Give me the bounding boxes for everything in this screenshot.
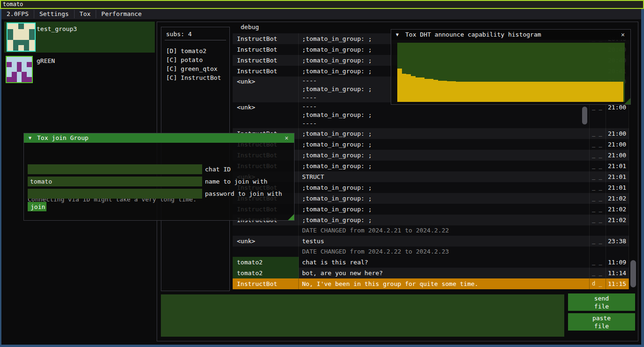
avatar-pixel [8,23,13,29]
group-avatar [6,56,33,83]
join-password-label: password to join with [205,189,282,199]
avatar-pixel [22,72,27,77]
avatar-pixel [22,62,27,67]
timestamp: 21:02 [606,204,629,215]
sender-name: InstructBot [233,44,299,55]
close-icon[interactable]: ✕ [283,133,290,143]
histogram-bar [492,82,497,102]
paste-file-button[interactable]: paste file [568,313,635,331]
chat-id-input[interactable] [28,164,202,174]
messages-scrollbar-thumb[interactable] [582,107,587,124]
menu-item-settings[interactable]: Settings [34,9,74,19]
histogram-bar [452,81,456,102]
histogram-bar [542,82,547,102]
avatar-pixel [7,62,12,67]
dht-histogram-window: ▼ Tox DHT announce capability histogram … [391,29,631,105]
menu-item-tox[interactable]: Tox [75,9,96,19]
delivery-status: _ _ [590,182,606,193]
sidebar-item-green[interactable]: gREEN [4,54,155,82]
histogram-bar [551,82,556,102]
delivery-status: _ _ [590,236,606,247]
send-file-button[interactable]: send file [568,293,635,311]
delivery-status: _ _ [590,161,606,171]
avatar-pixel [18,23,24,29]
timestamp: 21:00 [606,128,629,139]
histogram-bar [605,82,610,102]
histogram-bar [479,82,484,102]
join-button[interactable]: join [28,202,46,211]
histogram-bar [533,82,538,102]
group-name: test_group3 [37,25,77,32]
histogram-bar [438,81,443,102]
histogram-bar [592,82,597,102]
avatar-pixel [13,23,19,29]
histogram-bar [569,82,574,102]
message-input[interactable] [161,294,564,337]
window-title: tomato [3,1,23,8]
histogram-bar [406,74,411,102]
avatar-pixel [29,45,35,51]
histogram-bar [465,82,470,102]
window-titlebar[interactable]: tomato [0,0,644,9]
histogram-bar [596,82,601,102]
delivery-status: _ _ [590,268,606,278]
timestamp: 11:09 [606,257,629,268]
message-text: ;tomato_in_group: ; [299,215,590,225]
avatar-pixel [12,67,17,72]
avatar-pixel [17,67,22,72]
avatar-pixel [17,62,22,67]
message-row[interactable]: <unk>testus_ _23:38 [233,236,629,247]
paste-file-label: paste file [591,314,612,330]
dht-histogram-titlebar[interactable]: ▼ Tox DHT announce capability histogram … [391,30,630,40]
collapse-arrow-icon[interactable]: ▼ [396,30,399,40]
histogram-bar [524,82,529,102]
delivery-status: d _ [590,278,606,289]
message-row[interactable]: InstructBotNo, I've been in this group f… [233,278,629,289]
histogram-bar [402,74,407,102]
avatar-pixel [18,34,24,40]
histogram-bar [574,82,578,102]
message-row[interactable]: tomato2bot, are you new here?_ _11:14 [233,268,629,278]
avatar-pixel [27,72,32,77]
sidebar-item-test-group3[interactable]: test_group3 [4,22,155,53]
sender-name: <unk> [233,77,299,102]
join-group-dialog: ▼ Tox join Group ✕ NGC refers to the New… [23,133,295,221]
avatar-pixel [8,40,13,46]
member-list-item[interactable]: [C] potato [166,55,227,64]
histogram-bar [442,81,447,102]
chat-scrollbar-thumb[interactable] [630,260,636,287]
member-list-item[interactable]: [D] tomato2 [166,46,227,55]
delivery-status: _ _ [590,171,606,182]
histogram-bar [555,82,560,102]
join-name-label: name to join with [205,177,267,186]
sender-name: tomato2 [233,257,299,268]
join-group-titlebar[interactable]: ▼ Tox join Group ✕ [24,133,294,143]
avatar-pixel [17,77,22,82]
avatar-pixel [22,57,27,62]
sender-name: tomato2 [233,268,299,278]
delivery-status: _ _ [590,150,606,161]
timestamp: 21:02 [606,193,629,204]
close-icon[interactable]: ✕ [619,30,627,40]
avatar-pixel [18,40,24,46]
menu-bar: 2.0FPS Settings Tox Performance [1,9,641,19]
members-count-label: subs: 4 [166,31,192,38]
member-list-item[interactable]: [C] green_qtox [166,64,227,73]
menu-item-performance[interactable]: Performance [96,9,147,19]
message-row[interactable]: tomato2chat is this real?_ _11:09 [233,257,629,268]
member-list-item[interactable]: [C] InstructBot [166,73,227,82]
join-name-input[interactable] [28,177,202,186]
message-text: ;tomato_in_group: ; [299,150,590,161]
tab-debug[interactable]: debug [241,23,259,31]
sender-name: <unk> [233,102,299,128]
sender-name [233,247,299,257]
avatar-pixel [29,29,35,35]
collapse-arrow-icon[interactable]: ▼ [29,133,31,143]
message-row[interactable]: <unk>---- ;tomato_in_group: ; ----_ _21:… [233,102,629,128]
dht-histogram-plot [397,43,625,102]
resize-grip[interactable] [624,98,630,104]
histogram-bar [538,82,542,102]
resize-grip[interactable] [288,214,294,220]
join-password-input[interactable] [28,189,202,199]
delivery-status: _ _ [590,128,606,139]
